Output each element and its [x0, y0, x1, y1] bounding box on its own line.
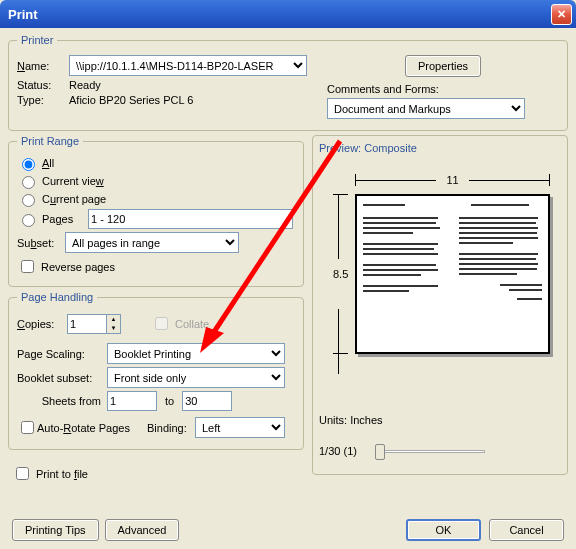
subset-select[interactable]: All pages in range — [65, 232, 239, 253]
comments-label: Comments and Forms: — [327, 83, 439, 95]
sheets-from-input[interactable] — [107, 391, 157, 411]
printing-tips-button[interactable]: Printing Tips — [12, 519, 99, 541]
type-value: Aficio BP20 Series PCL 6 — [69, 94, 193, 106]
units-row: Units: Inches — [319, 414, 561, 426]
radio-current-view[interactable] — [22, 176, 35, 189]
reverse-label: Reverse pages — [41, 261, 115, 273]
radio-all-label: All — [42, 157, 54, 169]
page-handling-group: Page Handling Copies: ▲ ▼ Collate Page S… — [8, 291, 304, 450]
radio-all[interactable] — [22, 158, 35, 171]
print-to-file-label: Print to file — [36, 468, 88, 480]
spinner-up-icon: ▲ — [107, 315, 120, 324]
binding-select[interactable]: Left — [195, 417, 285, 438]
type-label: Type: — [17, 94, 69, 106]
binding-label: Binding: — [147, 422, 195, 434]
collate-checkbox — [155, 317, 168, 330]
properties-button[interactable]: Properties — [405, 55, 481, 77]
print-range-group: Print Range All Current view Current pag… — [8, 135, 304, 287]
sheets-to-input[interactable] — [182, 391, 232, 411]
sheets-to-label: to — [157, 395, 182, 407]
close-button[interactable]: ✕ — [551, 4, 572, 25]
printer-legend: Printer — [17, 34, 57, 46]
printer-group: Printer Name: \\ipp://10.1.1.4\MHS-D114-… — [8, 34, 568, 131]
booklet-subset-label: Booklet subset: — [17, 372, 107, 384]
close-icon: ✕ — [557, 8, 566, 21]
page-handling-legend: Page Handling — [17, 291, 97, 303]
auto-rotate-label: Auto-Rotate Pages — [37, 422, 147, 434]
spinner-down-icon: ▼ — [107, 324, 120, 333]
slider-thumb-icon — [375, 444, 385, 460]
pages-input[interactable] — [88, 209, 293, 229]
units-label: Units: — [319, 414, 347, 426]
dim-height: 8.5 — [333, 194, 348, 354]
preview-group: Preview: Composite 11 8.5 — [312, 135, 568, 475]
name-label: Name: — [17, 60, 69, 72]
sheets-from-label: Sheets from — [17, 395, 107, 407]
ok-button[interactable]: OK — [406, 519, 481, 541]
copies-input[interactable] — [67, 314, 107, 334]
radio-pages-label: Pages — [42, 213, 84, 225]
collate-label: Collate — [175, 318, 209, 330]
cancel-button[interactable]: Cancel — [489, 519, 564, 541]
copies-label: Copies: — [17, 318, 67, 330]
radio-current-page-label: Current page — [42, 193, 106, 205]
comments-select[interactable]: Document and Markups — [327, 98, 525, 119]
advanced-button[interactable]: Advanced — [105, 519, 180, 541]
units-value: Inches — [350, 414, 382, 426]
window-title: Print — [8, 7, 551, 22]
print-range-legend: Print Range — [17, 135, 83, 147]
preview-area: 11 8.5 — [325, 194, 555, 374]
print-to-file-checkbox[interactable] — [16, 467, 29, 480]
preview-page — [355, 194, 550, 354]
status-value: Ready — [69, 79, 101, 91]
radio-current-view-label: Current view — [42, 175, 104, 187]
booklet-subset-select[interactable]: Front side only — [107, 367, 285, 388]
radio-current-page[interactable] — [22, 194, 35, 207]
dim-width: 11 — [355, 174, 550, 186]
copies-spinner[interactable]: ▲ ▼ — [107, 314, 121, 334]
title-bar: Print ✕ — [0, 0, 576, 28]
page-slider[interactable] — [375, 442, 485, 460]
preview-title: Preview: Composite — [319, 142, 561, 154]
subset-label: Subset: — [17, 237, 65, 249]
status-label: Status: — [17, 79, 69, 91]
scaling-label: Page Scaling: — [17, 348, 107, 360]
printer-name-select[interactable]: \\ipp://10.1.1.4\MHS-D114-BP20-LASER — [69, 55, 307, 76]
reverse-checkbox[interactable] — [21, 260, 34, 273]
page-indicator: 1/30 (1) — [319, 445, 357, 457]
dialog-body: Printer Name: \\ipp://10.1.1.4\MHS-D114-… — [0, 28, 576, 549]
auto-rotate-checkbox[interactable] — [21, 421, 34, 434]
scaling-select[interactable]: Booklet Printing — [107, 343, 285, 364]
radio-pages[interactable] — [22, 214, 35, 227]
